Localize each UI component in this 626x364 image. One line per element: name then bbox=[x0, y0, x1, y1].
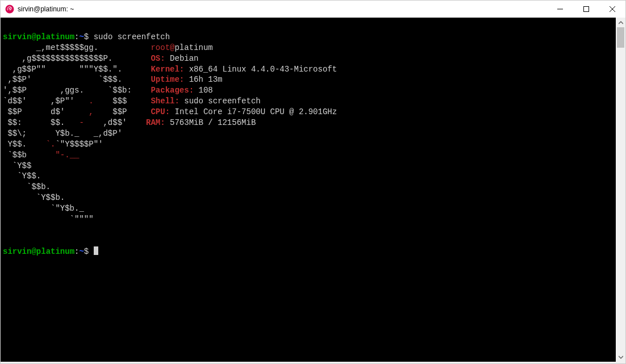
sf-line-02: ,g$$$$$$$$$$$$$$$P. OS: Debian bbox=[3, 54, 198, 63]
cpu-label: CPU: bbox=[151, 107, 170, 116]
uptime-label: Uptime: bbox=[151, 75, 184, 84]
prompt-at: @ bbox=[31, 32, 36, 41]
prompt-command: sudo screenfetch bbox=[94, 32, 170, 41]
vertical-scrollbar[interactable] bbox=[616, 18, 625, 362]
info-host: platinum bbox=[174, 43, 212, 52]
prompt-user: sirvin bbox=[3, 32, 31, 41]
window-controls bbox=[547, 1, 625, 18]
art-14: `$$b. bbox=[3, 182, 151, 191]
art-13: `Y$$. bbox=[3, 171, 151, 181]
art-11r: "-.__ bbox=[55, 150, 79, 160]
packages-value: 108 bbox=[194, 86, 213, 95]
art-10a: Y$$. bbox=[3, 140, 46, 149]
sf-line-08: $$: $$. - ,d$$' RAM: 5763MiB / 12156MiB bbox=[3, 118, 256, 127]
prompt-line-2: sirvin@platinum:~$ bbox=[3, 247, 98, 256]
art-03: ,g$$P"" """Y$$.". bbox=[3, 65, 151, 74]
sf-line-14: `$$b. bbox=[3, 182, 151, 191]
art-11a: `$$b bbox=[3, 150, 55, 160]
art-07a: $$P d$' bbox=[3, 107, 89, 116]
os-label: OS: bbox=[151, 54, 165, 63]
art-07r: , bbox=[89, 107, 93, 116]
minimize-button[interactable] bbox=[547, 1, 573, 18]
art-15: `Y$$b. bbox=[3, 193, 151, 202]
sf-line-04: ,$$P' `$$$. Uptime: 16h 13m bbox=[3, 75, 222, 84]
sf-line-13: `Y$$. bbox=[3, 171, 151, 181]
title-bar[interactable]: sirvin@platinum: ~ bbox=[1, 1, 625, 18]
art-01: _,met$$$$$gg. bbox=[3, 43, 151, 52]
sf-line-12: `Y$$ bbox=[3, 161, 151, 170]
svg-point-0 bbox=[6, 5, 14, 14]
maximize-button[interactable] bbox=[573, 1, 599, 18]
prompt2-at: @ bbox=[31, 247, 36, 256]
prompt2-host: platinum bbox=[36, 247, 74, 256]
sf-line-09: $$\; Y$b._ _,d$P' bbox=[3, 129, 151, 138]
art-09: $$\; Y$b._ _,d$P' bbox=[3, 129, 151, 138]
sf-line-10: Y$$. `.`"Y$$$$P"' bbox=[3, 140, 151, 149]
art-05: ',$$P ,ggs. `$$b: bbox=[3, 86, 151, 95]
title-bar-left: sirvin@platinum: ~ bbox=[1, 5, 74, 14]
art-12: `Y$$ bbox=[3, 161, 151, 170]
sf-line-07: $$P d$' , $$P CPU: Intel Core i7-7500U C… bbox=[3, 107, 337, 116]
art-11b bbox=[79, 150, 151, 160]
shell-value: sudo screenfetch bbox=[180, 97, 261, 106]
shell-label: Shell: bbox=[151, 97, 179, 106]
art-10r: `. bbox=[46, 140, 56, 149]
scroll-thumb[interactable] bbox=[617, 27, 624, 48]
prompt-host: platinum bbox=[36, 32, 74, 41]
art-08a: $$: $$. bbox=[3, 118, 79, 127]
sf-line-03: ,g$$P"" """Y$$.". Kernel: x86_64 Linux 4… bbox=[3, 65, 337, 74]
art-02: ,g$$$$$$$$$$$$$$$P. bbox=[3, 54, 151, 63]
art-08b: ,d$$' bbox=[84, 118, 146, 127]
prompt-line-1: sirvin@platinum:~$ sudo screenfetch bbox=[3, 32, 170, 41]
art-06b: $$$ bbox=[94, 97, 151, 106]
content-row: sirvin@platinum:~$ sudo screenfetch _,me… bbox=[1, 18, 625, 362]
close-button[interactable] bbox=[599, 1, 625, 18]
art-17: `"""" bbox=[3, 215, 151, 224]
prompt2-dollar: $ bbox=[84, 247, 94, 256]
art-16: `"Y$b._ bbox=[3, 204, 151, 213]
scroll-up-button[interactable] bbox=[616, 18, 625, 27]
ram-value: 5763MiB / 12156MiB bbox=[165, 118, 256, 127]
kernel-value: x86_64 Linux 4.4.0-43-Microsoft bbox=[184, 65, 337, 74]
prompt-dollar: $ bbox=[84, 32, 94, 41]
art-04: ,$$P' `$$$. bbox=[3, 75, 151, 84]
svg-rect-2 bbox=[584, 7, 589, 12]
prompt-cwd: ~ bbox=[79, 32, 84, 41]
terminal-output[interactable]: sirvin@platinum:~$ sudo screenfetch _,me… bbox=[1, 18, 616, 362]
art-10b: `"Y$$$$P"' bbox=[55, 140, 151, 149]
prompt2-cwd: ~ bbox=[79, 247, 84, 256]
cursor bbox=[94, 246, 98, 255]
uptime-value: 16h 13m bbox=[184, 75, 222, 84]
sf-line-16: `"Y$b._ bbox=[3, 204, 151, 213]
sf-line-06: `d$$' ,$P"' . $$$ Shell: sudo screenfetc… bbox=[3, 97, 261, 106]
sf-line-01: _,met$$$$$gg. root@platinum bbox=[3, 43, 213, 52]
art-06a: `d$$' ,$P"' bbox=[3, 97, 89, 106]
debian-swirl-icon bbox=[5, 5, 14, 14]
prompt2-user: sirvin bbox=[3, 247, 31, 256]
sf-line-15: `Y$$b. bbox=[3, 193, 151, 202]
ram-label: RAM: bbox=[146, 118, 165, 127]
info-user: root bbox=[151, 43, 170, 52]
terminal-window: sirvin@platinum: ~ sirvin@platinum:~$ su… bbox=[0, 0, 626, 364]
sf-line-17: `"""" bbox=[3, 215, 151, 224]
scroll-down-button[interactable] bbox=[616, 352, 625, 362]
art-08r: - bbox=[79, 118, 84, 127]
packages-label: Packages: bbox=[151, 86, 194, 95]
kernel-label: Kernel: bbox=[151, 65, 184, 74]
art-07b: $$P bbox=[94, 107, 151, 116]
sf-line-11: `$$b "-.__ bbox=[3, 150, 151, 160]
sf-line-05: ',$$P ,ggs. `$$b: Packages: 108 bbox=[3, 86, 213, 95]
art-06r: . bbox=[89, 97, 93, 106]
os-value: Debian bbox=[165, 54, 199, 63]
status-bar bbox=[1, 362, 625, 363]
window-title: sirvin@platinum: ~ bbox=[18, 5, 74, 13]
cpu-value: Intel Core i7-7500U CPU @ 2.901GHz bbox=[170, 107, 337, 116]
